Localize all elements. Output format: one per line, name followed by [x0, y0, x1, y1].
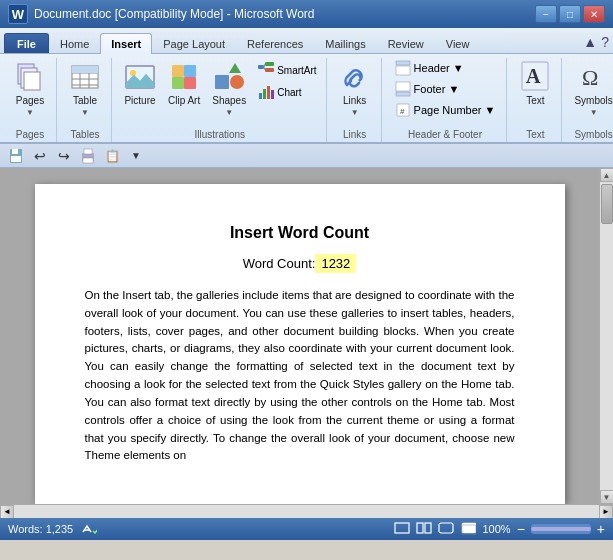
- horizontal-scrollbar[interactable]: ◄ ►: [0, 504, 613, 518]
- header-label: Header ▼: [414, 62, 464, 74]
- tab-file[interactable]: File: [4, 33, 49, 53]
- table-dropdown-icon: ▼: [81, 108, 89, 117]
- svg-rect-30: [271, 90, 274, 99]
- tab-view[interactable]: View: [435, 33, 481, 53]
- scroll-up-button[interactable]: ▲: [600, 168, 614, 182]
- svg-rect-27: [259, 93, 262, 99]
- picture-button[interactable]: Picture: [120, 58, 160, 109]
- zoom-slider[interactable]: [531, 524, 591, 534]
- tab-references[interactable]: References: [236, 33, 314, 53]
- print-button[interactable]: [78, 147, 98, 165]
- svg-rect-9: [72, 66, 80, 73]
- svg-line-25: [264, 64, 265, 67]
- word-count-value[interactable]: 1232: [315, 254, 356, 273]
- svg-rect-11: [89, 66, 98, 73]
- view-outline-icon[interactable]: [460, 521, 476, 537]
- illustrations-buttons: Picture Clip Art: [120, 58, 320, 127]
- svg-point-20: [230, 75, 244, 89]
- title-bar: W Document.doc [Compatibility Mode] - Mi…: [0, 0, 613, 28]
- pages-group-label: Pages: [10, 129, 50, 140]
- zoom-value: 100%: [482, 523, 510, 535]
- scroll-left-button[interactable]: ◄: [0, 505, 14, 519]
- shapes-button[interactable]: Shapes ▼: [208, 58, 250, 120]
- svg-rect-46: [395, 523, 409, 533]
- help-icon[interactable]: ▲: [583, 34, 597, 50]
- document-wrapper: Insert Word Count Word Count:1232 On the…: [0, 168, 613, 518]
- smartart-label: SmartArt: [277, 65, 316, 76]
- header-button[interactable]: Header ▼: [390, 58, 501, 78]
- document-background: Insert Word Count Word Count:1232 On the…: [0, 168, 599, 504]
- pages-button[interactable]: Pages ▼: [10, 58, 50, 120]
- restore-button[interactable]: □: [559, 5, 581, 23]
- links-button[interactable]: Links ▼: [335, 58, 375, 120]
- clip-art-button[interactable]: Clip Art: [164, 58, 204, 109]
- redo-button[interactable]: ↪: [54, 147, 74, 165]
- close-button[interactable]: ✕: [583, 5, 605, 23]
- ribbon-help-icon[interactable]: ?: [601, 34, 609, 50]
- pages-buttons: Pages ▼: [10, 58, 50, 127]
- tab-home[interactable]: Home: [49, 33, 100, 53]
- text-buttons: A Text: [515, 58, 555, 127]
- scroll-down-button[interactable]: ▼: [600, 490, 614, 504]
- svg-rect-45: [83, 158, 93, 163]
- tab-review[interactable]: Review: [377, 33, 435, 53]
- page-number-button[interactable]: # Page Number ▼: [390, 100, 501, 120]
- text-label: Text: [526, 95, 544, 106]
- view-web-icon[interactable]: [438, 521, 454, 537]
- customize-quick-access-button[interactable]: ▼: [126, 147, 146, 165]
- symbols-button[interactable]: Ω Symbols ▼: [570, 58, 613, 120]
- save-button[interactable]: [6, 147, 26, 165]
- zoom-track: [531, 527, 591, 531]
- shapes-dropdown-icon: ▼: [225, 108, 233, 117]
- footer-icon: [395, 81, 411, 97]
- pages-dropdown-icon: ▼: [26, 108, 34, 117]
- window-controls: − □ ✕: [535, 5, 605, 23]
- symbols-group-label: Symbols: [570, 129, 613, 140]
- text-button[interactable]: A Text: [515, 58, 555, 109]
- pages-label: Pages: [16, 95, 44, 106]
- tab-mailings[interactable]: Mailings: [314, 33, 376, 53]
- table-button[interactable]: Table ▼: [65, 58, 105, 120]
- links-buttons: Links ▼: [335, 58, 375, 127]
- svg-rect-17: [172, 77, 184, 89]
- svg-rect-22: [258, 65, 264, 69]
- links-label: Links: [343, 95, 366, 106]
- zoom-plus-button[interactable]: +: [597, 521, 605, 537]
- chart-button[interactable]: Chart: [254, 82, 319, 102]
- svg-rect-18: [184, 77, 196, 89]
- text-group-label: Text: [515, 129, 555, 140]
- scroll-thumb[interactable]: [601, 184, 613, 224]
- view-normal-icon[interactable]: [394, 521, 410, 537]
- word-count-status: Words: 1,235: [8, 523, 73, 535]
- clip-art-label: Clip Art: [168, 95, 200, 106]
- document-body: On the Insert tab, the galleries include…: [85, 287, 515, 465]
- svg-rect-31: [396, 61, 410, 65]
- svg-rect-34: [396, 92, 410, 96]
- status-bar: Words: 1,235: [0, 518, 613, 540]
- tab-insert[interactable]: Insert: [100, 33, 152, 54]
- svg-rect-33: [396, 82, 410, 91]
- svg-marker-21: [229, 63, 241, 73]
- symbols-dropdown-icon: ▼: [590, 108, 598, 117]
- vertical-scrollbar[interactable]: ▲ ▼: [599, 168, 613, 504]
- symbols-icon: Ω: [578, 61, 610, 93]
- zoom-minus-button[interactable]: −: [517, 521, 525, 537]
- svg-rect-28: [263, 89, 266, 99]
- scroll-right-button[interactable]: ►: [599, 505, 613, 519]
- footer-button[interactable]: Footer ▼: [390, 79, 501, 99]
- chart-label: Chart: [277, 87, 301, 98]
- svg-text:Ω: Ω: [582, 65, 598, 90]
- symbols-label: Symbols: [574, 95, 612, 106]
- view-reading-icon[interactable]: [416, 521, 432, 537]
- paint-button[interactable]: 📋: [102, 147, 122, 165]
- undo-button[interactable]: ↩: [30, 147, 50, 165]
- scroll-track[interactable]: [600, 182, 613, 490]
- smartart-button[interactable]: SmartArt: [254, 60, 319, 80]
- minimize-button[interactable]: −: [535, 5, 557, 23]
- svg-rect-49: [439, 523, 453, 533]
- tab-page-layout[interactable]: Page Layout: [152, 33, 236, 53]
- svg-point-13: [130, 70, 136, 76]
- document-page: Insert Word Count Word Count:1232 On the…: [35, 184, 565, 504]
- spelling-check-icon[interactable]: [81, 521, 97, 537]
- ribbon-group-pages: Pages ▼ Pages: [4, 58, 57, 142]
